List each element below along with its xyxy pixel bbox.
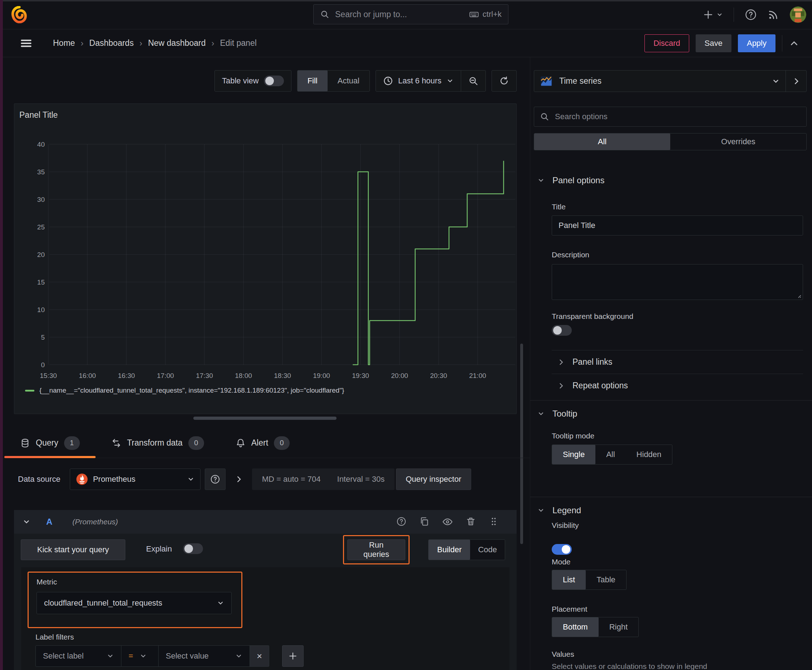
apply-button[interactable]: Apply (738, 34, 775, 52)
options-search-input[interactable] (554, 112, 800, 122)
fill-option[interactable]: Fill (298, 71, 327, 91)
query-ref-id[interactable]: A (46, 517, 52, 527)
query-inspector-button[interactable]: Query inspector (396, 469, 471, 490)
legend-right-option[interactable]: Right (598, 618, 638, 637)
title-input[interactable] (552, 215, 803, 235)
query-builder-toolbar: Kick start your query Explain Run querie… (14, 538, 517, 561)
datasource-picker[interactable]: Prometheus (70, 469, 200, 490)
tooltip-hidden-option[interactable]: Hidden (626, 445, 672, 464)
time-series-chart[interactable]: 051015202530354015:3016:0016:3017:0017:3… (14, 104, 517, 385)
grafana-logo[interactable] (11, 6, 28, 23)
duplicate-query-button[interactable] (419, 516, 429, 527)
svg-text:17:00: 17:00 (157, 372, 174, 379)
tooltip-single-option[interactable]: Single (552, 445, 595, 464)
metric-select[interactable]: cloudflared_tunnel_total_requests (37, 592, 232, 614)
chevron-right-icon (558, 359, 565, 366)
legend-bottom-option[interactable]: Bottom (552, 618, 598, 637)
code-option[interactable]: Code (470, 540, 505, 560)
panel-links-header[interactable]: Panel links (558, 357, 612, 367)
query-help-button[interactable] (396, 516, 406, 527)
zoom-out-button[interactable] (461, 76, 485, 86)
tab-query[interactable]: Query 1 (4, 428, 96, 458)
legend-header[interactable]: Legend (537, 505, 581, 515)
svg-text:25: 25 (37, 223, 45, 231)
refresh-button[interactable] (492, 76, 516, 86)
topbar-icons (703, 0, 806, 29)
kickstart-button[interactable]: Kick start your query (21, 540, 125, 560)
tab-overrides[interactable]: Overrides (670, 134, 806, 150)
search-input[interactable] (334, 9, 464, 20)
legend-list-option[interactable]: List (552, 570, 586, 589)
legend-visibility-toggle[interactable] (552, 544, 572, 555)
operator-dropdown[interactable]: = (121, 645, 159, 667)
select-value-dropdown[interactable]: Select value (159, 645, 250, 667)
toggle-query-visibility-button[interactable] (442, 516, 453, 527)
menu-toggle-button[interactable] (20, 37, 32, 50)
add-filter-button[interactable] (282, 645, 303, 667)
metric-value: cloudflared_tunnel_total_requests (44, 599, 211, 608)
delete-query-button[interactable] (466, 516, 476, 527)
datasource-help-button[interactable] (205, 469, 225, 490)
table-view-toggle[interactable] (264, 76, 284, 86)
tooltip-all-option[interactable]: All (595, 445, 626, 464)
query-options-summary[interactable]: MD = auto = 704 Interval = 30s (252, 469, 395, 490)
tab-alert[interactable]: Alert 0 (220, 428, 305, 458)
new-menu-button[interactable] (703, 9, 723, 20)
datasource-name: Prometheus (93, 475, 182, 484)
query-count-badge: 1 (64, 436, 80, 450)
discard-button[interactable]: Discard (644, 34, 689, 52)
visualization-bar: Time series (534, 70, 807, 92)
query-row-header[interactable]: A (Prometheus) (14, 510, 517, 534)
close-icon: × (257, 651, 262, 662)
builder-option[interactable]: Builder (429, 540, 470, 560)
svg-text:16:30: 16:30 (118, 372, 135, 379)
breadcrumb-new-dashboard[interactable]: New dashboard (148, 38, 205, 48)
expand-options-button[interactable] (235, 475, 243, 483)
metric-label: Metric (37, 578, 234, 586)
tooltip-header[interactable]: Tooltip (537, 409, 577, 419)
svg-text:17:30: 17:30 (196, 372, 213, 379)
collapse-query-button[interactable] (22, 518, 31, 526)
tab-transform[interactable]: Transform data 0 (96, 428, 220, 458)
visualization-picker[interactable]: Time series (534, 71, 785, 91)
tab-all-options[interactable]: All (534, 134, 670, 150)
options-search[interactable] (534, 107, 807, 127)
breadcrumb-home[interactable]: Home (53, 38, 75, 48)
breadcrumb-dashboards[interactable]: Dashboards (89, 38, 134, 48)
actions-divider (782, 35, 782, 52)
select-label-dropdown[interactable]: Select label (36, 645, 121, 667)
chart-legend[interactable]: {__name__="cloudflared_tunnel_total_requ… (25, 387, 344, 394)
run-queries-button[interactable]: Run queries (347, 540, 405, 560)
save-button[interactable]: Save (696, 34, 731, 52)
tooltip-mode-switch: Single All Hidden (552, 445, 672, 465)
chevron-right-icon (235, 475, 243, 483)
panel-options-header[interactable]: Panel options (537, 175, 604, 185)
metric-highlight-box: Metric cloudflared_tunnel_total_requests (27, 572, 242, 628)
transparent-background-toggle[interactable] (552, 325, 572, 336)
svg-text:30: 30 (37, 196, 45, 203)
help-button[interactable] (745, 8, 757, 21)
keyboard-icon (469, 9, 479, 19)
svg-text:21:00: 21:00 (469, 372, 486, 379)
pane-resize-handle[interactable] (193, 416, 337, 420)
global-search[interactable]: ctrl+k (313, 4, 509, 24)
avatar[interactable] (790, 7, 806, 23)
news-button[interactable] (768, 9, 779, 20)
zoom-out-icon (468, 76, 478, 86)
collapse-sidebar-button[interactable] (785, 71, 806, 91)
help-circle-icon (745, 8, 757, 21)
transform-icon (111, 438, 121, 448)
chevron-down-icon (716, 12, 723, 18)
resize-corner-icon[interactable] (796, 293, 801, 298)
legend-table-option[interactable]: Table (586, 570, 626, 589)
explain-toggle[interactable] (183, 543, 203, 554)
time-range-picker[interactable]: Last 6 hours (376, 76, 461, 86)
query-row-actions (396, 516, 499, 527)
remove-filter-button[interactable]: × (250, 645, 269, 667)
drag-query-handle[interactable] (489, 516, 499, 527)
repeat-options-header[interactable]: Repeat options (558, 381, 628, 391)
chevron-up-icon (789, 38, 800, 49)
collapse-header-button[interactable] (789, 38, 800, 49)
description-textarea[interactable] (552, 264, 803, 300)
actual-option[interactable]: Actual (327, 71, 370, 91)
